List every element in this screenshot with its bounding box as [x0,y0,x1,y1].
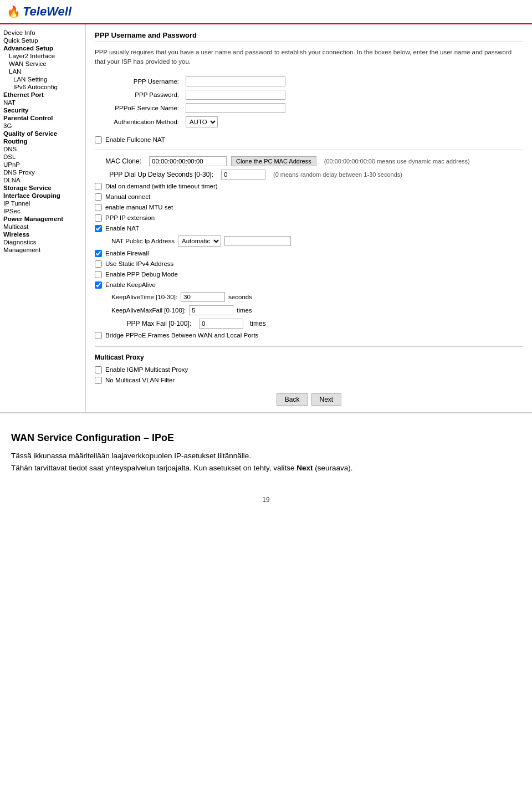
sidebar-item-wan-service[interactable]: WAN Service [3,60,82,68]
sidebar-item-quick-setup[interactable]: Quick Setup [3,37,82,44]
enable-nat-label: Enable NAT [105,225,139,232]
sidebar-item-dlna[interactable]: DLNA [3,176,82,184]
ppp-debug-row: Enable PPP Debug Mode [95,269,523,280]
sidebar-item-ip-tunnel[interactable]: IP Tunnel [3,199,82,207]
auth-method-label: Authentication Method: [95,115,183,129]
sidebar-item-nat[interactable]: NAT [3,99,82,106]
back-button[interactable]: Back [277,393,308,406]
logo-text: TeleWell [23,4,71,19]
bottom-line2: Tähän tarvittavat tiedot saat yhteyspalv… [11,462,521,474]
sidebar-item-ethernet-port[interactable]: Ethernet Port [3,91,82,99]
use-static-ipv4-label: Use Static IPv4 Address [105,260,173,267]
auth-method-select[interactable]: AUTO PAP CHAP [186,116,218,127]
nat-public-ip-input[interactable] [224,236,291,246]
use-static-ipv4-checkbox[interactable] [95,260,102,268]
enable-firewall-row: Enable Firewall [95,248,523,259]
enable-nat-row: Enable NAT [95,223,523,234]
ppp-password-label: PPP Password: [95,88,183,101]
content-area: PPP Username and Password PPP usually re… [86,24,532,412]
bridge-pppoe-checkbox[interactable] [95,332,102,339]
enable-firewall-label: Enable Firewall [105,250,149,257]
keepalive-maxfail-label: KeepAliveMaxFail [0-100]: [111,307,186,314]
divider2 [95,346,523,347]
sidebar-item-interface-grouping[interactable]: Interface Grouping [3,192,82,199]
sidebar-item-multicast[interactable]: Multicast [3,223,82,230]
enable-firewall-checkbox[interactable] [95,250,102,257]
sidebar-item-upnp[interactable]: UPnP [3,161,82,168]
clone-mac-button[interactable]: Clone the PC MAC Address [231,156,316,166]
bottom-next-bold: Next [296,464,313,472]
ppp-max-fail-input[interactable] [199,319,243,329]
ppp-max-fail-row: PPP Max Fail [0-100]: times [95,317,523,330]
igmp-multicast-checkbox[interactable] [95,366,102,373]
nat-public-ip-row: NAT Public Ip Address Automatic Manual [95,234,523,248]
header: 🔥 TeleWell [0,0,532,24]
no-vlan-filter-row: No Multicast VLAN Filter [95,375,523,386]
sidebar-item-3g[interactable]: 3G [3,122,82,130]
sidebar-item-ipv6-autoconfig[interactable]: IPv6 Autoconfig [3,83,82,91]
ppp-form-table: PPP Username: PPP Password: PPPoE Servic… [95,75,523,129]
enable-nat-checkbox[interactable] [95,225,102,232]
no-vlan-filter-checkbox[interactable] [95,377,102,384]
divider1 [95,150,523,150]
mac-clone-row: MAC Clone: Clone the PC MAC Address (00:… [95,155,523,168]
pppoe-service-row: PPPoE Service Name: [95,101,523,115]
sidebar-item-lan[interactable]: LAN [3,68,82,75]
enable-keepalive-checkbox[interactable] [95,281,102,289]
dial-on-demand-checkbox[interactable] [95,183,102,190]
keepalive-maxfail-input[interactable] [189,305,233,315]
pppoe-service-input[interactable] [186,103,285,113]
sidebar-item-wireless[interactable]: Wireless [3,230,82,238]
ppp-username-row: PPP Username: [95,75,523,88]
multicast-proxy-title: Multicast Proxy [95,354,523,361]
fullcone-nat-row: Enable Fullcone NAT [95,135,523,145]
bottom-description: WAN Service Configuration – IPoE Tässä i… [0,413,532,485]
sidebar-item-qos[interactable]: Quality of Service [3,130,82,137]
enable-keepalive-label: Enable KeepAlive [105,281,156,288]
bottom-line2-end: (seuraava). [313,464,353,472]
sidebar-item-security[interactable]: Security [3,106,82,114]
description-text: PPP usually requires that you have a use… [95,48,523,67]
ppp-username-input[interactable] [186,76,285,86]
sidebar-item-management[interactable]: Management [3,246,82,254]
manual-mtu-checkbox[interactable] [95,204,102,211]
ppp-password-input[interactable] [186,90,285,100]
manual-connect-checkbox[interactable] [95,193,102,201]
mac-clone-input[interactable] [149,156,227,166]
sidebar-item-power-management[interactable]: Power Management [3,215,82,223]
ppp-max-fail-unit: times [248,320,266,327]
sidebar-item-routing[interactable]: Routing [3,137,82,145]
sidebar-item-dns[interactable]: DNS [3,145,82,153]
sidebar-item-dsl[interactable]: DSL [3,153,82,161]
keepalive-time-row: KeepAliveTime [10-30]: seconds [95,290,523,304]
page-number: 19 [0,485,532,509]
section-title: PPP Username and Password [95,31,523,42]
nat-public-ip-label: NAT Public Ip Address [111,238,175,244]
ppp-debug-checkbox[interactable] [95,271,102,278]
sidebar-item-storage-service[interactable]: Storage Service [3,184,82,192]
manual-mtu-label: enable manual MTU set [105,204,173,211]
next-button[interactable]: Next [311,393,342,406]
logo-icon: 🔥 [7,5,21,18]
fullcone-nat-checkbox[interactable] [95,136,102,144]
sidebar-item-diagnostics[interactable]: Diagnostics [3,238,82,246]
nat-public-ip-select[interactable]: Automatic Manual [178,235,221,247]
sidebar-item-advanced-setup[interactable]: Advanced Setup [3,44,82,52]
enable-keepalive-row: Enable KeepAlive [95,280,523,290]
sidebar-item-parental-control[interactable]: Parental Control [3,114,82,122]
auth-method-row: Authentication Method: AUTO PAP CHAP [95,115,523,129]
sidebar-item-lan-setting[interactable]: LAN Setting [3,75,82,83]
sidebar: Device Info Quick Setup Advanced Setup L… [0,24,86,412]
fullcone-nat-label: Enable Fullcone NAT [105,136,165,143]
wan-title: WAN Service Configuration – IPoE [11,430,521,446]
main-layout: Device Info Quick Setup Advanced Setup L… [0,24,532,412]
sidebar-item-layer2[interactable]: Layer2 Interface [3,52,82,60]
sidebar-item-device-info[interactable]: Device Info [3,29,82,37]
keepalive-time-input[interactable] [181,292,225,302]
ppp-dial-delay-input[interactable] [221,170,265,180]
mac-clone-hint: (00:00:00:00:00:00 means use dynamic mac… [321,158,470,165]
ppp-ip-extension-checkbox[interactable] [95,214,102,222]
sidebar-item-ipsec[interactable]: IPSec [3,207,82,215]
button-row: Back Next [95,393,523,406]
sidebar-item-dns-proxy[interactable]: DNS Proxy [3,168,82,176]
